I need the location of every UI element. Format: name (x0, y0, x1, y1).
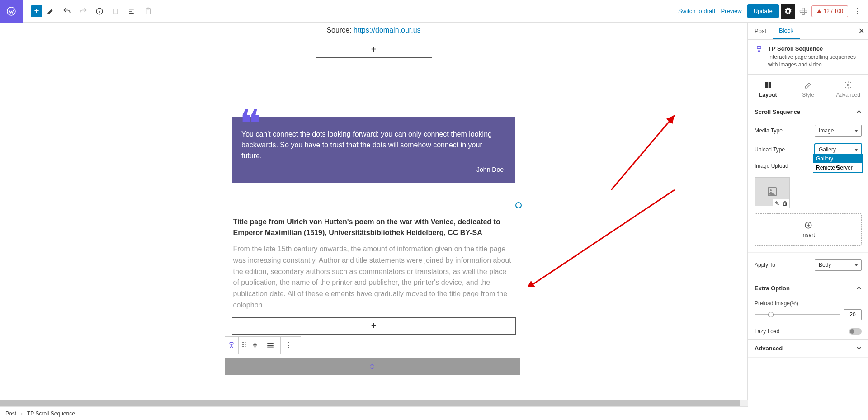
panel-extra-option[interactable]: Extra Option (748, 279, 868, 297)
svg-line-16 (532, 190, 675, 285)
svg-point-24 (770, 189, 772, 191)
settings-sidebar: Post Block ✕ TP Scroll Sequence Interact… (748, 23, 868, 420)
chevron-up-icon (856, 285, 862, 291)
more-menu-icon[interactable]: ⋮ (851, 7, 863, 15)
add-block-inline[interactable]: + (316, 41, 432, 58)
image-thumbnail[interactable]: ✎ 🗑 (755, 177, 790, 206)
lazy-load-toggle[interactable] (849, 328, 862, 335)
wp-logo-button[interactable] (0, 0, 23, 23)
paragraph-block[interactable]: From the late 15th century onwards, the … (233, 244, 514, 311)
lazy-load-label: Lazy Load (755, 328, 779, 335)
breadcrumb-block[interactable]: TP Scroll Sequence (27, 411, 75, 417)
subtab-layout[interactable]: Layout (748, 75, 788, 103)
close-sidebar-icon[interactable]: ✕ (854, 27, 868, 35)
update-button[interactable]: Update (747, 4, 779, 18)
svg-rect-15 (267, 347, 274, 348)
apply-to-label: Apply To (755, 262, 815, 268)
chevron-up-icon (856, 109, 862, 114)
block-desc: Interactive page scrolling sequences wit… (768, 53, 862, 69)
svg-rect-18 (757, 47, 761, 49)
dropdown-option-gallery[interactable]: Gallery (813, 154, 862, 163)
apply-to-select[interactable]: Body (815, 259, 862, 271)
tab-post[interactable]: Post (748, 23, 773, 39)
heading-block[interactable]: Title page from Ulrich von Hutten's poem… (233, 217, 514, 238)
info-icon[interactable] (91, 3, 108, 19)
svg-rect-13 (267, 343, 274, 344)
paste-icon[interactable] (140, 3, 156, 19)
block-more-icon[interactable]: ⋮ (281, 337, 297, 354)
block-toolbar: ⠿ ⋮ (225, 336, 301, 354)
copy-icon[interactable] (108, 3, 124, 19)
edit-thumb-icon[interactable]: ✎ (773, 199, 781, 208)
preload-label: Preload Image(%) (755, 300, 862, 307)
credits-text: 12 / 100 (824, 8, 843, 14)
media-type-label: Media Type (755, 127, 815, 134)
block-type-icon[interactable] (225, 337, 239, 354)
breadcrumb: Post › TP Scroll Sequence (0, 406, 748, 420)
preview-link[interactable]: Preview (721, 8, 741, 14)
preload-input[interactable] (844, 309, 862, 320)
svg-rect-5 (129, 13, 134, 14)
insert-media-button[interactable]: Insert (755, 213, 862, 246)
svg-rect-10 (804, 10, 807, 12)
annotation-arrow-1 (528, 188, 677, 287)
quote-author: John Doe (241, 166, 504, 173)
svg-rect-8 (802, 8, 804, 10)
svg-rect-2 (114, 9, 118, 14)
svg-rect-3 (129, 9, 134, 9)
subtab-style[interactable]: Style (788, 75, 829, 103)
add-block-button[interactable]: + (31, 5, 42, 17)
quote-mark-icon: ❝ (239, 104, 255, 145)
scroll-sequence-block[interactable] (225, 358, 520, 375)
svg-rect-20 (769, 82, 771, 85)
media-type-select[interactable]: Image (815, 125, 862, 137)
align-icon[interactable] (260, 337, 281, 354)
svg-point-22 (847, 84, 849, 86)
plugin-icon[interactable] (797, 5, 810, 18)
scroll-sequence-icon (755, 45, 764, 54)
mouse-cursor-icon: ↖ (835, 164, 841, 171)
chevron-down-icon (856, 345, 862, 351)
loading-spinner-icon (515, 202, 522, 208)
horizontal-scrollbar[interactable] (0, 400, 748, 406)
svg-rect-14 (267, 345, 274, 346)
tab-block[interactable]: Block (773, 23, 800, 39)
delete-thumb-icon[interactable]: 🗑 (781, 199, 789, 208)
svg-line-17 (611, 115, 675, 190)
add-block-inline-wide[interactable]: + (232, 317, 516, 335)
quote-block[interactable]: You can't connect the dots looking forwa… (232, 117, 515, 183)
panel-scroll-sequence[interactable]: Scroll Sequence (748, 103, 868, 121)
redo-icon[interactable] (75, 3, 91, 19)
undo-icon[interactable] (59, 3, 75, 19)
switch-to-draft-link[interactable]: Switch to draft (678, 8, 715, 14)
quote-text: You can't connect the dots looking forwa… (241, 129, 504, 161)
svg-rect-19 (765, 82, 768, 88)
svg-rect-21 (769, 85, 771, 88)
block-name: TP Scroll Sequence (768, 45, 862, 52)
editor-canvas: Source: https://domain.our.us + ❝ You ca… (0, 23, 748, 420)
upload-type-label: Upload Type (755, 146, 815, 153)
svg-rect-4 (129, 11, 132, 12)
outline-icon[interactable] (124, 3, 140, 19)
top-toolbar: + Switch to draft Preview Update 12 / 10… (0, 0, 868, 23)
subtab-advanced[interactable]: Advanced (828, 75, 868, 103)
drag-handle-icon[interactable]: ⠿ (239, 337, 250, 354)
panel-advanced[interactable]: Advanced (748, 339, 868, 358)
source-link[interactable]: https://domain.our.us (354, 26, 421, 34)
credits-badge[interactable]: 12 / 100 (811, 5, 848, 17)
breadcrumb-post[interactable]: Post (5, 411, 16, 417)
svg-rect-11 (802, 12, 804, 14)
svg-rect-9 (800, 10, 802, 12)
annotation-arrow-2 (609, 113, 677, 192)
source-line: Source: https://domain.our.us (80, 26, 668, 34)
move-up-down[interactable] (250, 337, 260, 354)
edit-icon[interactable] (42, 3, 59, 19)
settings-button[interactable] (781, 4, 795, 19)
preload-slider[interactable] (755, 314, 840, 315)
svg-rect-12 (230, 342, 233, 344)
